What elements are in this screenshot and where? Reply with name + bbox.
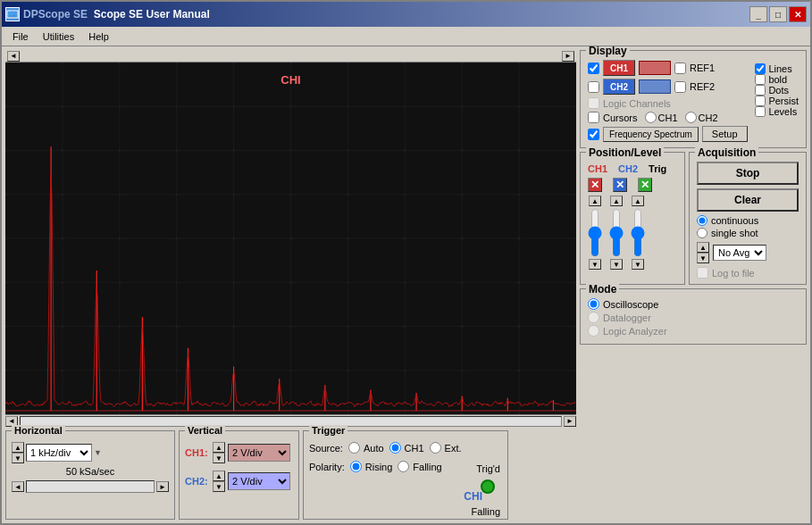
ch1-up-btn[interactable]: ▲ <box>213 442 225 453</box>
logic-checkbox[interactable] <box>588 97 599 109</box>
trig-slider[interactable] <box>631 208 645 257</box>
trig-slider-up[interactable]: ▲ <box>632 196 644 206</box>
ch1-slider-down[interactable]: ▼ <box>589 259 601 270</box>
ch1-label: CH1: <box>185 447 210 458</box>
display-title: Display <box>586 46 630 57</box>
hz-scroll-wrap: ◄ ► <box>12 480 169 493</box>
falling-radio[interactable] <box>398 461 409 472</box>
menu-file[interactable]: File <box>5 29 36 44</box>
ch2-channel-btn[interactable]: CH2 <box>603 79 635 95</box>
ch1-radio[interactable] <box>389 442 401 454</box>
ch1-x-btn[interactable]: ✕ <box>588 178 602 192</box>
trigger-title: Trigger <box>309 425 347 436</box>
vertical-title: Vertical <box>185 425 225 436</box>
dots-row: Dots <box>755 85 799 96</box>
dots-checkbox[interactable] <box>755 85 766 96</box>
ch1-vdiv-select[interactable]: 2 V/div 1 V/div 5 V/div <box>228 444 290 462</box>
persist-checkbox[interactable] <box>755 96 766 106</box>
title-text: DPScope SE Scope SE User Manual <box>23 8 210 21</box>
auto-radio[interactable] <box>348 442 360 454</box>
ref1-checkbox[interactable] <box>674 62 686 74</box>
ref2-checkbox[interactable] <box>674 81 686 93</box>
clear-btn[interactable]: Clear <box>697 188 799 212</box>
scroll-left-arrow[interactable]: ◄ <box>7 51 20 62</box>
ch2-down-btn[interactable]: ▼ <box>213 481 225 492</box>
title-bar-left: DPScope SE Scope SE User Manual <box>5 7 210 21</box>
auto-radio-label[interactable]: Auto <box>348 442 384 454</box>
rising-radio[interactable] <box>350 461 362 472</box>
ch1-slider-up[interactable]: ▲ <box>589 196 601 206</box>
hz-scroll-left[interactable]: ◄ <box>12 481 24 492</box>
menu-utilities[interactable]: Utilities <box>36 29 81 44</box>
rising-radio-label[interactable]: Rising <box>350 461 393 472</box>
ch2-up-btn[interactable]: ▲ <box>213 471 225 481</box>
title-bar-buttons: _ □ ✕ <box>749 6 807 22</box>
cursors-ch1-label[interactable]: CH1 <box>645 112 678 123</box>
ch1-checkbox[interactable] <box>588 62 599 74</box>
log-row: Log to file <box>697 267 799 279</box>
maximize-button[interactable]: □ <box>769 6 787 22</box>
scroll-bottom-right-arrow[interactable]: ► <box>564 416 576 427</box>
lines-checkbox[interactable] <box>755 63 766 74</box>
ch1-radio-label[interactable]: CH1 <box>389 442 424 454</box>
datalogger-radio[interactable] <box>588 312 599 323</box>
hz-scrollbar[interactable] <box>26 480 155 493</box>
menu-help[interactable]: Help <box>81 29 116 44</box>
ch2-x-btn[interactable]: ✕ <box>613 178 627 192</box>
ch2-checkbox[interactable] <box>588 81 599 93</box>
ch2-slider-wrap: ▲ ▼ <box>609 196 624 270</box>
freq-spectrum-checkbox[interactable] <box>588 129 599 140</box>
logic-analyzer-radio[interactable] <box>588 325 599 337</box>
setup-btn[interactable]: Setup <box>702 126 748 142</box>
trig-x-btn[interactable]: ✕ <box>638 178 652 192</box>
stop-btn[interactable]: Stop <box>697 162 799 185</box>
cursors-ch2-label[interactable]: CH2 <box>685 112 718 123</box>
bold-label: bold <box>768 74 787 85</box>
cursors-ch2-radio[interactable] <box>685 112 697 123</box>
hz-select[interactable]: 1 kHz/div 2 kHz/div 5 kHz/div 10 kHz/div <box>26 444 92 462</box>
hz-spinner: ▲ ▼ <box>12 442 24 463</box>
avg-select[interactable]: No Avg 2 Avg 4 Avg 8 Avg <box>713 245 766 261</box>
hz-down-btn[interactable]: ▼ <box>12 453 24 463</box>
avg-up-btn[interactable]: ▲ <box>697 242 709 253</box>
ext-radio-label[interactable]: Ext. <box>430 442 462 454</box>
ch1-slider-wrap: ▲ ▼ <box>588 196 602 270</box>
ch2-slider-down[interactable]: ▼ <box>610 259 623 270</box>
cursors-ch1-radio[interactable] <box>645 112 657 123</box>
chi-chart-label: CHI <box>280 73 300 87</box>
hz-scroll-right[interactable]: ► <box>156 481 169 492</box>
h-scrollbar[interactable] <box>20 416 562 427</box>
ch1-channel-btn[interactable]: CH1 <box>603 60 635 76</box>
app-icon <box>5 7 20 21</box>
trig-slider-down[interactable]: ▼ <box>632 259 644 270</box>
ch1-down-btn[interactable]: ▼ <box>213 453 225 463</box>
single-shot-radio[interactable] <box>697 228 707 238</box>
logic-analyzer-row: Logic Analyzer <box>588 325 799 337</box>
ext-radio[interactable] <box>430 442 441 454</box>
ch2-vdiv-select[interactable]: 2 V/div 1 V/div 5 V/div <box>228 472 290 490</box>
oscilloscope-area: ◄ ► CHI ◄ ► Horizontal <box>2 46 580 523</box>
bold-checkbox[interactable] <box>755 74 766 85</box>
continuous-radio[interactable] <box>697 215 707 226</box>
sliders-area: ▲ ▼ ▲ ▼ ▲ ▼ <box>588 196 677 270</box>
close-button[interactable]: ✕ <box>789 6 807 22</box>
hz-up-btn[interactable]: ▲ <box>12 442 24 453</box>
menu-bar: File Utilities Help <box>2 27 810 46</box>
lines-label: Lines <box>768 63 791 74</box>
pos-ch2-label: CH2 <box>618 163 638 174</box>
trigger-polarity-row: Polarity: Rising Falling <box>309 461 502 472</box>
oscilloscope-radio[interactable] <box>588 298 599 310</box>
pos-labels-row: CH1 CH2 Trig <box>588 163 677 174</box>
minimize-button[interactable]: _ <box>749 6 767 22</box>
ch2-slider[interactable] <box>609 208 624 257</box>
ch1-slider[interactable] <box>588 208 602 257</box>
ch2-slider-up[interactable]: ▲ <box>610 196 623 206</box>
log-checkbox[interactable] <box>697 267 708 279</box>
cursors-checkbox[interactable] <box>588 112 599 123</box>
ch2-color-bar <box>639 79 671 94</box>
avg-down-btn[interactable]: ▼ <box>697 253 709 263</box>
freq-spectrum-btn[interactable]: Frequency Spectrum <box>603 127 699 142</box>
scroll-right-arrow[interactable]: ► <box>562 51 574 62</box>
levels-checkbox[interactable] <box>755 106 766 117</box>
falling-radio-label[interactable]: Falling <box>398 461 441 472</box>
